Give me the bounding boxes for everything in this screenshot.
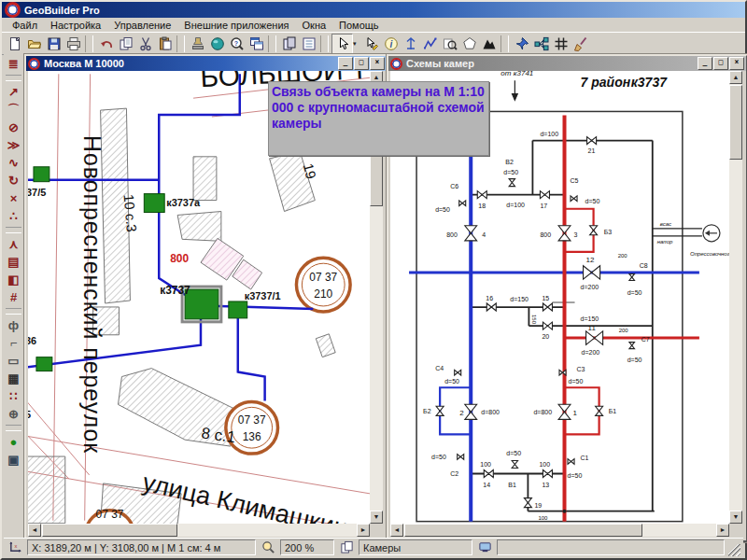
valve-symbol[interactable] [586,331,603,344]
menu-file[interactable]: Файл [6,19,44,32]
save-button[interactable] [44,35,63,53]
fast-trace-tool-icon[interactable]: ≫ [5,136,22,154]
scatter-points-tool-icon[interactable]: ∴ [5,207,22,225]
zoom-region-button[interactable] [440,35,459,53]
paste-button[interactable] [155,35,175,53]
valve-symbol[interactable] [587,137,597,145]
arc-segment-tool-icon[interactable]: ⌒ [5,101,22,119]
valve-symbol[interactable] [571,196,577,202]
schematic-window-titlebar[interactable]: Схемы камер _ □ × [388,56,746,71]
valve-symbol[interactable] [524,498,531,508]
split-line-tool-icon[interactable]: ⋏ [5,235,22,253]
valve-symbol[interactable] [459,201,466,206]
scroll-down-arrow[interactable]: ▼ [729,511,742,524]
valve-symbol[interactable] [455,370,461,375]
horizontal-scroll-thumb[interactable] [404,524,642,537]
menu-management[interactable]: Управление [107,19,177,32]
screen-capture-tool-icon[interactable]: ▣ [5,451,22,469]
delete-node-tool-icon[interactable]: × [5,189,22,207]
partial-select-tool-icon[interactable]: ◧ [5,271,22,288]
schematic-vertical-scrollbar[interactable]: ▲ ▼ [729,71,742,524]
valve-symbol[interactable] [486,303,496,311]
rectangle-tool-icon[interactable]: ▭ [5,352,22,370]
resize-grip[interactable] [728,544,740,556]
stamp-button[interactable] [188,35,207,53]
valve-symbol[interactable] [509,179,514,187]
close-button[interactable]: × [729,57,744,70]
attribute-list-button[interactable] [299,35,318,53]
select-tool-button[interactable] [331,34,353,54]
polygon-tool-button[interactable] [459,35,479,53]
cascade-windows-button[interactable] [247,35,266,53]
layers-pages-icon[interactable] [338,540,355,555]
open-button[interactable] [24,35,44,53]
green-object-tool-icon[interactable]: ● [5,433,22,451]
valve-symbol[interactable] [512,460,517,468]
valve-symbol[interactable] [540,191,549,199]
add-node-tool-icon[interactable]: ↗ [5,83,22,101]
rotate-object-tool-icon[interactable]: ↻ [5,172,22,189]
valve-symbol[interactable] [584,266,600,279]
menu-external-apps[interactable]: Внешние приложения [177,19,295,32]
maximize-button[interactable]: □ [354,57,369,70]
valve-symbol[interactable] [543,322,552,329]
menu-help[interactable]: Помощь [332,19,386,32]
minimize-button[interactable]: _ [698,57,712,70]
forbid-edit-tool-icon[interactable]: ⊘ [5,119,22,136]
measure-tool-button[interactable] [401,35,420,53]
sheet-edit-tool-icon[interactable]: ▤ [5,253,22,271]
layers-edit-tool-icon[interactable]: ≣ [5,55,22,73]
diameter-tool-icon[interactable]: ф [5,316,22,334]
valve-symbol[interactable] [477,191,486,199]
valve-symbol[interactable] [436,406,444,415]
scroll-left-arrow[interactable]: ◄ [28,524,41,537]
select-tool-dropdown-icon[interactable]: ▾ [353,40,361,48]
print-button[interactable] [63,35,83,53]
zoom-magnifier-icon[interactable] [260,540,276,555]
valve-symbol[interactable] [596,406,603,415]
scroll-right-arrow[interactable]: ► [716,524,729,537]
area-fill-button[interactable] [479,35,499,53]
valve-symbol[interactable] [568,459,574,465]
object-info-button[interactable]: i [381,35,401,53]
close-button[interactable]: × [370,57,385,70]
valve-symbol[interactable] [543,303,552,311]
map-horizontal-scrollbar[interactable]: ◄ ► [28,524,370,537]
valve-symbol[interactable] [465,404,477,419]
dots-grid-tool-icon[interactable]: ∷ [5,387,22,405]
valve-symbol[interactable] [458,455,464,460]
snap-grid-tool-icon[interactable]: # [5,288,22,306]
app-titlebar[interactable]: GeoBuilder Pro [2,2,745,18]
database-sphere-button[interactable] [207,35,227,53]
horizontal-scroll-thumb[interactable] [42,524,177,537]
menu-windows[interactable]: Окна [296,19,333,32]
valve-symbol[interactable] [465,226,477,241]
copy-button[interactable] [116,35,135,53]
valve-symbol[interactable] [590,226,598,235]
cut-button[interactable] [135,35,155,53]
valve-symbol[interactable] [543,470,552,478]
table-grid-tool-icon[interactable]: ▦ [5,370,22,387]
vertical-scroll-thumb[interactable] [729,85,742,160]
valve-symbol[interactable] [629,343,635,349]
scroll-right-arrow[interactable]: ► [357,524,370,537]
zoom-query-button[interactable]: ? [227,35,247,53]
globe-projection-tool-icon[interactable]: ⊕ [5,405,22,423]
scroll-left-arrow[interactable]: ◄ [390,524,403,537]
active-layer[interactable]: Камеры [359,539,472,555]
map-window-titlebar[interactable]: Москва М 10000 _ □ × [26,56,387,71]
undo-button[interactable] [96,35,116,53]
grid-toggle-button[interactable] [551,35,571,53]
pin-object-button[interactable] [512,35,531,53]
new-button[interactable] [5,35,24,53]
menu-settings[interactable]: Настройка [44,19,107,32]
valve-symbol[interactable] [484,470,493,478]
schematic-horizontal-scrollbar[interactable]: ◄ ► [390,524,729,537]
zoom-level[interactable]: 200 % [280,539,334,555]
corner-polygon-tool-icon[interactable]: ⌐ [5,334,22,352]
polyline-tool-button[interactable] [420,35,440,53]
network-topology-button[interactable] [531,35,551,53]
copy-object-button[interactable] [279,35,299,53]
valve-symbol[interactable] [558,404,571,419]
scroll-down-arrow[interactable]: ▼ [370,511,383,524]
